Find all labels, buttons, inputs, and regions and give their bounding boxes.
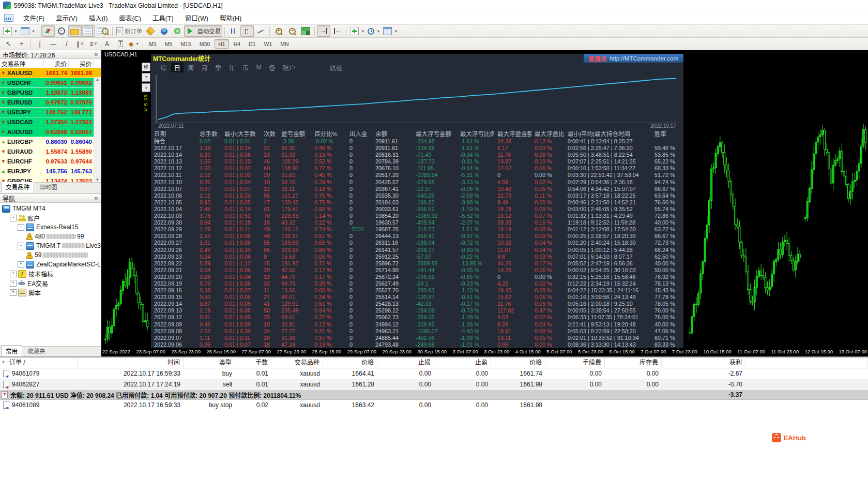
market-watch-scrollbar[interactable]: ▲▼ [94,77,101,182]
timeframe-M15[interactable]: M15 [177,39,194,49]
vertical-line-tool[interactable]: | [33,38,47,50]
nav-tab-1[interactable]: 收藏夹 [23,345,50,356]
orders-col-1[interactable]: 时间 [78,357,184,368]
mw-tab-1[interactable]: 即时图 [35,181,62,192]
cursor-tool[interactable]: ↖ [2,38,15,50]
collapse-icon[interactable]: - [18,224,24,231]
mtc-tab-M[interactable]: M [253,64,265,71]
mtc-brand-bar[interactable]: 复盘侠 http://MTCommander.com [584,54,683,63]
timeframe-MN[interactable]: MN [277,39,292,49]
mtc-tab-币[interactable]: 币 [239,63,252,72]
market-watch-toggle[interactable] [41,25,55,37]
menu-item-6[interactable]: 帮助(H) [214,11,247,24]
mtc-tab-年[interactable]: 年 [226,63,239,72]
timeframe-M30[interactable]: M30 [196,39,214,49]
indicators-button[interactable]: ▼ [348,25,366,37]
new-order-button[interactable]: 新订单 [115,25,144,37]
mtc-brand-url[interactable]: http://MTCommander.com [610,55,678,62]
orders-col-3[interactable]: 手数 [235,357,271,368]
horizontal-line-tool[interactable]: — [47,38,60,50]
timeframe-D1[interactable]: D1 [245,39,259,49]
timeframe-H1[interactable]: H1 [215,39,229,49]
timeframe-M5[interactable]: M5 [161,39,176,49]
mtc-side-button-2[interactable]: √ [142,83,150,92]
menu-item-5[interactable]: 窗口(W) [179,11,214,24]
mw-row-USDCHF[interactable]: ▼USDCHF0.996510.99662 [0,78,101,88]
zoom-in-button[interactable] [272,25,285,37]
nav-item-5[interactable]: 59 [0,250,101,260]
periods-button[interactable]: ▼ [366,25,382,37]
terminal-toggle[interactable] [82,25,95,37]
chart-area[interactable]: USDCAD,H1 移?√ V 5.05 MTCommander统计 复盘侠 h… [101,50,868,356]
mw-row-XAUUSD[interactable]: ▼XAUUSD1661.741661.98 [0,68,101,78]
chart-shift-button[interactable] [330,25,344,37]
expand-icon[interactable]: + [10,289,17,296]
mw-row-USDCAD[interactable]: ▼USDCAD1.373541.37363 [0,117,101,127]
mw-row-EURGBP[interactable]: ▲EURGBP0.860300.86040 [0,137,101,147]
bar-chart-type-button[interactable] [227,25,240,37]
orders-col-8[interactable]: 价格 [491,357,545,368]
profiles-button[interactable]: ▼ [19,25,37,37]
candlestick-type-button[interactable] [240,25,254,37]
nav-item-9[interactable]: +脚本 [0,288,101,297]
menu-item-4[interactable]: 工具(T) [147,11,179,24]
mtc-side-button-0[interactable]: 移 [142,63,150,71]
nav-tab-0[interactable]: 常用 [1,345,22,356]
orders-col-2[interactable]: 类型 [184,357,235,368]
timeframe-W1[interactable]: W1 [261,39,276,49]
mw-row-GBPUSD[interactable]: ▼GBPUSD1.138731.13883 [0,88,101,98]
line-chart-type-button[interactable] [254,25,267,37]
nav-item-2[interactable]: -Exness-Real15 [0,222,101,232]
nav-item-6[interactable]: +ZealCapitalMarketSC-Li [0,260,101,269]
mtc-tab-账户[interactable]: 账户 [280,63,299,72]
menu-item-1[interactable]: 显示(V) [50,11,83,24]
arrows-tool[interactable]: ◆▼ [127,38,141,50]
nav-item-0[interactable]: TMGM MT4 [0,204,101,213]
mtc-tab-周[interactable]: 周 [185,63,197,72]
child-window-icon[interactable] [4,14,13,22]
orders-col-11[interactable]: 获利 [662,357,745,368]
menu-item-3[interactable]: 图表(C) [113,11,146,24]
close-icon[interactable]: ✕ [94,196,98,201]
navigator-toggle[interactable] [68,25,82,37]
mw-row-EURJPY[interactable]: ▲EURJPY145.756145.763 [0,167,101,176]
mw-row-EURCHF[interactable]: ▼EURCHF0.976330.97644 [0,157,101,167]
menu-item-0[interactable]: 文件(F) [18,11,50,24]
mw-row-USDJPY[interactable]: ▼USDJPY148.762148.771 [0,108,101,117]
mw-col-0[interactable]: 交易品种 [0,59,44,68]
new-chart-button[interactable]: ▼ [2,25,19,37]
balance-row[interactable]: 余额: 20 911.61 USD 净值: 20 908.24 已用预付款: 1… [0,390,868,400]
mtc-side-button-1[interactable]: ? [142,73,150,82]
close-icon[interactable]: ✕ [94,52,98,57]
mw-col-2[interactable]: 买价 [69,59,94,68]
templates-button[interactable]: ▼ [382,25,399,37]
mw-row-AUDUSD[interactable]: ▼AUDUSD0.628480.62857 [0,127,101,137]
orders-col-5[interactable]: 价格 [323,357,377,368]
nav-item-4[interactable]: -TMGM.TLive3 [0,241,101,250]
orders-col-7[interactable]: 止盈 [434,357,491,368]
nav-item-1[interactable]: -账户 [0,213,101,222]
mtc-tab-备[interactable]: 备 [266,63,279,72]
nav-item-3[interactable]: 48099 [0,232,101,241]
nav-item-8[interactable]: +EA交易 [0,278,101,288]
zoom-out-button[interactable] [285,25,299,37]
mw-tab-0[interactable]: 交易品种 [1,181,34,192]
fibonacci-tool[interactable]: ≡F [87,38,100,50]
tile-windows-button[interactable] [299,25,312,37]
mtc-tab-综[interactable]: 综 [157,63,170,72]
collapse-icon[interactable]: - [18,243,24,249]
strategy-tester-button[interactable] [95,25,110,37]
mw-row-EURUSD[interactable]: ▼EURUSD0.979720.97979 [0,98,101,108]
text-tool[interactable]: A [100,38,114,50]
community-button[interactable] [157,25,171,37]
mw-row-EURAUD[interactable]: ▼EURAUD1.558741.55890 [0,147,101,157]
orders-col-10[interactable]: 库存费 [605,357,662,368]
close-icon[interactable]: x [1,359,6,365]
data-window-button[interactable] [55,25,68,37]
trendline-tool[interactable]: / [60,38,73,50]
orders-col-9[interactable]: 手续费 [545,357,605,368]
orders-col-6[interactable]: 止损 [377,357,434,368]
orders-col-4[interactable]: 交易品种 [271,357,323,368]
timeframe-M1[interactable]: M1 [145,39,160,49]
autotrading-button[interactable]: 自动交易 [184,25,222,37]
